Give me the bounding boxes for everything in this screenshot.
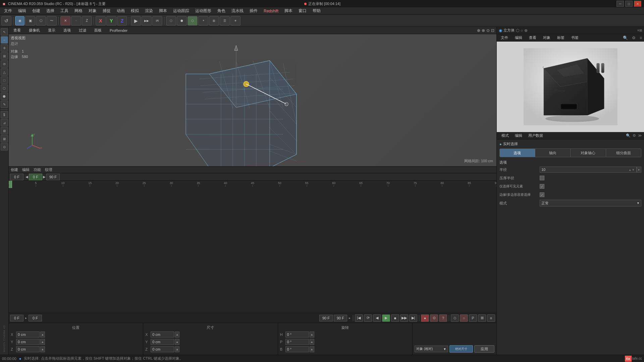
left-btn-11[interactable]: ⊞ [1, 127, 8, 134]
toolbar-grid-btn[interactable]: ⊞ [209, 16, 219, 25]
menu-snap[interactable]: 捕捉 [100, 7, 113, 14]
end-frame-display[interactable]: 90 F [319, 315, 333, 321]
title-bar-right[interactable]: ─ □ ✕ [616, 1, 641, 7]
toolbar-undo-btn[interactable]: ↺ [1, 16, 11, 25]
prop-tab-axis[interactable]: 轴向 [535, 149, 571, 157]
toolbar-render-to-po-btn[interactable]: ▶▶ [142, 16, 152, 25]
toolbar-point-btn[interactable]: · [71, 16, 81, 25]
rb-tab-edit[interactable]: 编辑 [512, 132, 525, 139]
menu-window[interactable]: 窗口 [296, 7, 309, 14]
left-btn-10[interactable]: ⊿ [1, 119, 8, 126]
left-btn-13[interactable]: ⊙ [1, 143, 8, 150]
toolbar-gour-btn[interactable]: ⬡ [187, 16, 198, 25]
left-btn-6[interactable]: □ [1, 76, 8, 84]
vp-tab-panel[interactable]: 面板 [92, 27, 104, 34]
size-z-btn[interactable]: ▲ [175, 346, 179, 352]
radius-input[interactable]: 10 ▲▼ [540, 167, 637, 173]
size-x-value[interactable]: 0 cm [151, 331, 174, 338]
script-tab-create[interactable]: 创建 [11, 167, 18, 172]
menu-select[interactable]: 选择 [44, 7, 57, 14]
vp-tab-camera[interactable]: 摄像机 [26, 27, 43, 34]
transport-stop[interactable]: ■ [391, 314, 399, 322]
left-btn-5[interactable]: △ [1, 68, 8, 76]
vp-tab-options[interactable]: 选项 [61, 27, 73, 34]
rb-tab-userdata[interactable]: 用户数据 [526, 132, 546, 139]
menu-pipeline[interactable]: 流水线 [229, 7, 246, 14]
viewport-3d[interactable]: 透视视图 总计 对象 1 边缘 580 [9, 34, 496, 166]
transport-play[interactable]: ▶ [382, 314, 390, 322]
toolbar-wire-btn[interactable]: ⬢ [177, 16, 187, 25]
toolbar-render-btn[interactable]: ▶ [131, 16, 141, 25]
transport-play-fwd[interactable]: ▶▶ [400, 314, 408, 322]
rot-p-value[interactable]: 0 ° [285, 339, 309, 345]
left-btn-move[interactable]: ✛ [1, 44, 8, 52]
transport-cycle[interactable]: ⟳ [364, 314, 372, 322]
rb-expand-icon[interactable]: ≫ [638, 133, 642, 138]
left-btn-12[interactable]: ⊠ [1, 135, 8, 142]
toolbar-model-btn[interactable]: ✕ [60, 16, 70, 25]
transport-rec-3[interactable]: ? [439, 314, 447, 322]
pos-z-btn[interactable]: ▲ [40, 346, 45, 352]
menu-animate[interactable]: 动画 [114, 7, 127, 14]
menu-tools[interactable]: 工具 [58, 7, 71, 14]
size-z-value[interactable]: 0 cm [151, 346, 174, 352]
vp-icon-4[interactable]: ⊡ [491, 28, 494, 33]
vp-tab-prorender[interactable]: ProRender [107, 28, 130, 33]
rb-tab-mode[interactable]: 模式 [499, 132, 512, 139]
left-btn-scale[interactable]: ⊞ [1, 52, 8, 60]
absolute-size-btn[interactable]: 绝对尺寸 [449, 345, 473, 353]
minimize-button[interactable]: ─ [616, 1, 624, 7]
close-button[interactable]: ✕ [634, 1, 641, 7]
transport-skip-end[interactable]: ▶| [409, 314, 417, 322]
pos-x-value[interactable]: 0 cm [16, 331, 40, 338]
rot-b-value[interactable]: 0 ° [285, 346, 309, 352]
toolbar-rect-select-btn[interactable]: ▣ [25, 16, 35, 25]
transport-key-1[interactable]: ◇ [451, 314, 459, 322]
toolbar-z-axis-btn[interactable]: Z [117, 16, 127, 25]
rp-tab-view[interactable]: 查看 [527, 35, 538, 41]
frame-counter-2[interactable]: 0 F [29, 315, 42, 321]
frame-start-input[interactable]: 0 F [10, 174, 23, 180]
rp-more-icon[interactable]: ≡ [640, 36, 642, 40]
frame-end-input[interactable]: 90 F [46, 174, 60, 180]
transport-skip-start[interactable]: |◀ [355, 314, 363, 322]
timeline-ruler[interactable]: 051015202530354045505560657075808590 [9, 180, 496, 313]
only-visible-checkbox[interactable] [540, 184, 544, 189]
toolbar-snap-btn[interactable]: ⌖ [198, 16, 208, 25]
transport-rec-2[interactable]: ⊙ [430, 314, 438, 322]
menu-script[interactable]: 脚本 [156, 7, 170, 14]
vp-icon-2[interactable]: ⊗ [482, 28, 485, 33]
left-btn-7[interactable]: ⬡ [1, 84, 8, 92]
left-btn-paint[interactable]: ✎ [1, 101, 8, 108]
script-tab-function[interactable]: 功能 [34, 167, 41, 172]
menu-render[interactable]: 渲染 [142, 7, 156, 14]
apply-button[interactable]: 应用 [474, 345, 494, 353]
radius-arrow-btn[interactable]: ▸ [637, 167, 641, 173]
rb-settings-icon[interactable]: ⚙ [633, 133, 636, 138]
prop-tab-obj-axis[interactable]: 对象轴心 [571, 149, 606, 157]
vp-icon-1[interactable]: ⊕ [477, 28, 480, 33]
script-tab-texture[interactable]: 纹理 [45, 167, 52, 172]
rb-search-icon[interactable]: 🔍 [626, 133, 631, 138]
frame-current-input[interactable]: 0 F [29, 174, 42, 180]
current-frame-display[interactable]: 0 F [10, 315, 23, 321]
maximize-button[interactable]: □ [625, 1, 633, 7]
vp-tab-view[interactable]: 查看 [11, 27, 23, 34]
left-btn-rotate[interactable]: ⟳ [1, 60, 8, 68]
menu-redshift[interactable]: Redshift [261, 8, 281, 14]
toolbar-ir-btn[interactable]: IR [152, 16, 162, 25]
script-tab-edit[interactable]: 编辑 [22, 167, 30, 172]
pos-x-btn[interactable]: ▲ [40, 331, 45, 338]
left-btn-8[interactable]: ⬢ [1, 93, 8, 100]
pos-z-value[interactable]: 0 cm [16, 346, 40, 352]
pos-y-value[interactable]: 0 cm [16, 339, 40, 345]
menu-file[interactable]: 文件 [1, 7, 15, 14]
coord-mode-dropdown[interactable]: 对象 (相对) ▼ [415, 346, 448, 352]
rp-tab-bookmark[interactable]: 书签 [569, 35, 581, 41]
prop-tab-subdiv[interactable]: 细分曲面 [606, 149, 641, 157]
prop-tab-options[interactable]: 选项 [500, 149, 535, 157]
transport-key-5[interactable]: ≡ [487, 314, 495, 322]
toolbar-x-axis-btn[interactable]: X [96, 16, 106, 25]
menu-create[interactable]: 创建 [30, 7, 43, 14]
vp-tab-filter[interactable]: 过滤 [76, 27, 89, 34]
